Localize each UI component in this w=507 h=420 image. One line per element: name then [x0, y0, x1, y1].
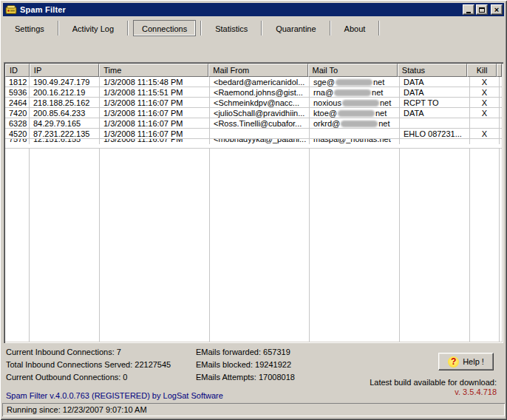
stat-emails-blocked: EMails blocked: 19241922 [196, 359, 295, 371]
cell-ip: 12.151.6.155 [30, 139, 100, 144]
table-row[interactable]: 632884.29.79.1651/3/2008 11:16:07 PM<Ros… [5, 118, 502, 129]
cell-to: maspa@_hotmas.net [310, 139, 400, 144]
app-version-line[interactable]: Spam Filter v.4.0.0.763 (REGISTERED) by … [6, 391, 223, 400]
cell-time: 1/3/2008 11:16:07 PM [100, 139, 210, 144]
cell-time: 1/3/2008 11:15:51 PM [100, 87, 210, 98]
window-title: Spam Filter [20, 5, 463, 14]
redacted-address [341, 121, 378, 127]
cell-id: 6328 [5, 118, 30, 129]
kill-button[interactable]: X [470, 77, 500, 87]
empty-cell [470, 149, 500, 342]
column-header-filler [497, 64, 502, 77]
maximize-button[interactable] [476, 4, 488, 15]
stat-current-inbound: Current Inbound Connections: 7 [6, 346, 171, 359]
cell-ip: 87.231.222.135 [30, 129, 100, 139]
cell-ip: 190.49.247.179 [30, 77, 100, 87]
column-header-ip[interactable]: IP [30, 64, 99, 77]
cell-status: DATA [400, 87, 470, 98]
spam-can-icon [5, 4, 17, 15]
cell-status: DATA [400, 77, 470, 87]
cell-from: <Schmeinkdpv@nacc... [210, 98, 310, 108]
redacted-address [338, 110, 375, 117]
redacted-address [336, 79, 372, 86]
empty-cell [5, 149, 30, 342]
tab-activity-log[interactable]: Activity Log [64, 20, 123, 36]
connection-stats: Current Inbound Connections: 7 Total Inb… [6, 346, 171, 384]
minimize-button[interactable] [463, 4, 474, 15]
close-icon: × [494, 6, 499, 13]
cell-id: 7576 [5, 139, 30, 144]
help-button-label: Help ! [463, 357, 484, 366]
cell-time: 1/3/2008 11:16:07 PM [100, 98, 210, 108]
column-header-kill[interactable]: Kill [467, 64, 497, 77]
empty-cell [310, 149, 400, 342]
tab-connections[interactable]: Connections [133, 20, 196, 36]
stat-emails-attempts: EMails Attempts: 17008018 [196, 371, 295, 384]
table-row[interactable]: 7420200.85.64.2331/3/2008 11:16:07 PM<ju… [5, 108, 502, 118]
column-header-mail-from[interactable]: Mail From [208, 64, 307, 77]
cell-from [210, 129, 310, 139]
maximize-icon [479, 7, 485, 13]
table-row[interactable]: 452087.231.222.1351/3/2008 11:16:07 PMEH… [5, 129, 502, 139]
cell-to: noxiousnet [310, 98, 400, 108]
cell-time: 1/3/2008 11:16:07 PM [100, 108, 210, 118]
tab-separator [261, 21, 262, 35]
cell-to [310, 129, 400, 139]
tab-quarantine[interactable]: Quarantine [267, 20, 324, 36]
tab-statistics[interactable]: Statistics [206, 20, 256, 36]
tab-separator [127, 21, 129, 35]
table-row[interactable]: 2464218.188.25.1621/3/2008 11:16:07 PM<S… [5, 98, 502, 108]
cell-from: <mobnadyyka@_patani... [210, 139, 310, 144]
kill-button[interactable]: X [470, 108, 500, 118]
close-button[interactable]: × [491, 4, 503, 15]
empty-cell [100, 149, 210, 342]
cell-ip: 218.188.25.162 [30, 98, 100, 108]
cell-kill [470, 118, 500, 129]
kill-button[interactable]: X [470, 129, 500, 139]
email-stats: EMails forwarded: 657319 EMails blocked:… [196, 346, 295, 384]
tab-separator [378, 21, 380, 35]
latest-build-version[interactable]: v. 3.5.4.718 [455, 387, 497, 396]
running-since-text: Running since: 12/23/2007 9:07:10 AM [7, 405, 147, 414]
question-mark-icon: ? [448, 356, 459, 368]
cell-to: sge@net [310, 77, 400, 87]
titlebar[interactable]: Spam Filter × [3, 3, 504, 16]
empty-cell [400, 149, 470, 342]
kill-button[interactable]: X [470, 98, 500, 108]
cell-status: RCPT TO [400, 98, 470, 108]
redacted-address [342, 100, 379, 106]
cell-to: orkrd@net [310, 118, 400, 129]
stat-emails-forwarded: EMails forwarded: 657319 [196, 346, 295, 359]
help-button[interactable]: ? Help ! [438, 353, 494, 370]
cell-time: 1/3/2008 11:16:07 PM [100, 118, 210, 129]
status-bar: Running since: 12/23/2007 9:07:10 AM [2, 403, 505, 416]
cell-time: 1/3/2008 11:15:48 PM [100, 77, 210, 87]
cell-to: ktoe@net [310, 108, 400, 118]
table-row-clipped[interactable]: 757612.151.6.1551/3/2008 11:16:07 PM<mob… [5, 139, 502, 149]
cell-id: 4520 [5, 129, 30, 139]
table-row[interactable]: 5936200.16.212.191/3/2008 11:15:51 PM<Ra… [5, 87, 502, 98]
tab-separator [330, 21, 331, 35]
cell-id: 5936 [5, 87, 30, 98]
column-header-id[interactable]: ID [5, 64, 30, 77]
column-header-time[interactable]: Time [99, 64, 208, 77]
stat-total-inbound: Total Inbound Connections Served: 221275… [6, 359, 171, 371]
cell-ip: 200.85.64.233 [30, 108, 100, 118]
column-header-status[interactable]: Status [398, 64, 467, 77]
app-window: Spam Filter × Settings Activity Log Conn… [0, 0, 507, 420]
table-empty-area [5, 149, 502, 342]
empty-cell [30, 149, 100, 342]
tab-about[interactable]: About [336, 20, 375, 36]
tab-settings[interactable]: Settings [6, 20, 53, 36]
table-row[interactable]: 1812190.49.247.1791/3/2008 11:15:48 PM<b… [5, 77, 502, 87]
redacted-address [334, 89, 371, 96]
cell-kill [470, 139, 500, 144]
cell-time: 1/3/2008 11:16:07 PM [100, 129, 210, 139]
column-header-mail-to[interactable]: Mail To [308, 64, 398, 77]
table-body: 1812190.49.247.1791/3/2008 11:15:48 PM<b… [5, 77, 502, 342]
kill-button[interactable]: X [470, 87, 500, 98]
tab-separator [200, 21, 202, 35]
cell-ip: 84.29.79.165 [30, 118, 100, 129]
tab-bar: Settings Activity Log Connections Statis… [6, 19, 501, 37]
minimize-icon [466, 12, 471, 13]
